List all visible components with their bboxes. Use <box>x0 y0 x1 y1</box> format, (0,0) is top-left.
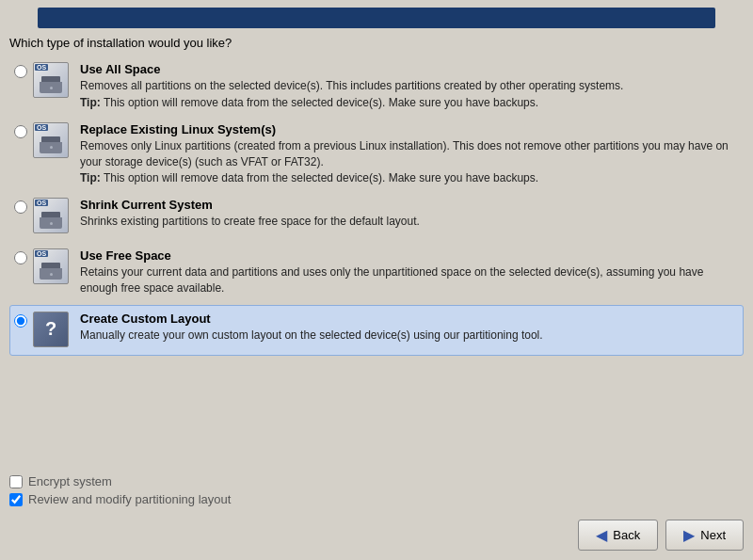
option-row-create-custom[interactable]: ?Create Custom LayoutManually create you… <box>9 305 744 356</box>
option-row-use-free-space[interactable]: OSUse Free SpaceRetains your current dat… <box>9 242 744 305</box>
progress-bar-section <box>0 0 753 28</box>
checkbox-row-review-partitioning[interactable]: Review and modify partitioning layout <box>9 492 744 506</box>
option-tip-use-all-space: Tip: This option will remove data from t… <box>80 96 739 109</box>
icon-use-all-space: OS <box>33 62 71 100</box>
progress-bar <box>38 8 715 28</box>
radio-replace-existing[interactable] <box>14 125 27 138</box>
checkbox-label-encrypt-system: Encrypt system <box>28 474 112 488</box>
icon-use-free-space: OS <box>33 248 71 286</box>
option-title-use-all-space: Use All Space <box>80 62 739 76</box>
option-title-replace-existing: Replace Existing Linux System(s) <box>80 122 739 136</box>
radio-use-free-space[interactable] <box>14 251 27 264</box>
radio-shrink-current[interactable] <box>14 200 27 214</box>
option-title-use-free-space: Use Free Space <box>80 248 739 263</box>
radio-use-all-space[interactable] <box>14 65 27 78</box>
icon-replace-existing: OS <box>33 122 71 160</box>
option-desc-shrink-current: Shrinks existing partitions to create fr… <box>80 214 739 230</box>
options-list: OSUse All SpaceRemoves all partitions on… <box>0 56 753 467</box>
radio-create-custom[interactable] <box>14 314 27 328</box>
next-button[interactable]: ▶ Next <box>665 520 744 551</box>
next-label: Next <box>700 528 726 542</box>
checkbox-encrypt-system[interactable] <box>9 475 23 488</box>
checkbox-label-review-partitioning: Review and modify partitioning layout <box>28 492 231 506</box>
option-tip-replace-existing: Tip: This option will remove data from t… <box>80 171 739 184</box>
back-arrow-icon: ◀ <box>596 526 607 544</box>
page-question: Which type of installation would you lik… <box>0 28 753 56</box>
option-desc-replace-existing: Removes only Linux partitions (created f… <box>80 138 739 170</box>
icon-create-custom: ? <box>33 312 71 349</box>
option-row-replace-existing[interactable]: OSReplace Existing Linux System(s)Remove… <box>9 116 744 192</box>
back-button[interactable]: ◀ Back <box>578 520 658 551</box>
option-desc-create-custom: Manually create your own custom layout o… <box>80 328 739 344</box>
back-label: Back <box>613 528 640 542</box>
option-title-create-custom: Create Custom Layout <box>80 312 739 326</box>
icon-shrink-current: OS <box>33 198 71 235</box>
option-desc-use-all-space: Removes all partitions on the selected d… <box>80 78 739 94</box>
option-title-shrink-current: Shrink Current System <box>80 198 739 212</box>
option-row-shrink-current[interactable]: OSShrink Current SystemShrinks existing … <box>9 191 744 242</box>
checkbox-review-partitioning[interactable] <box>9 493 23 506</box>
checkboxes-section: Encrypt systemReview and modify partitio… <box>0 467 753 510</box>
option-row-use-all-space[interactable]: OSUse All SpaceRemoves all partitions on… <box>9 56 744 116</box>
option-desc-use-free-space: Retains your current data and partitions… <box>80 264 739 296</box>
checkbox-row-encrypt-system[interactable]: Encrypt system <box>9 474 744 488</box>
next-arrow-icon: ▶ <box>683 526 695 544</box>
footer: ◀ Back ▶ Next <box>0 510 753 560</box>
